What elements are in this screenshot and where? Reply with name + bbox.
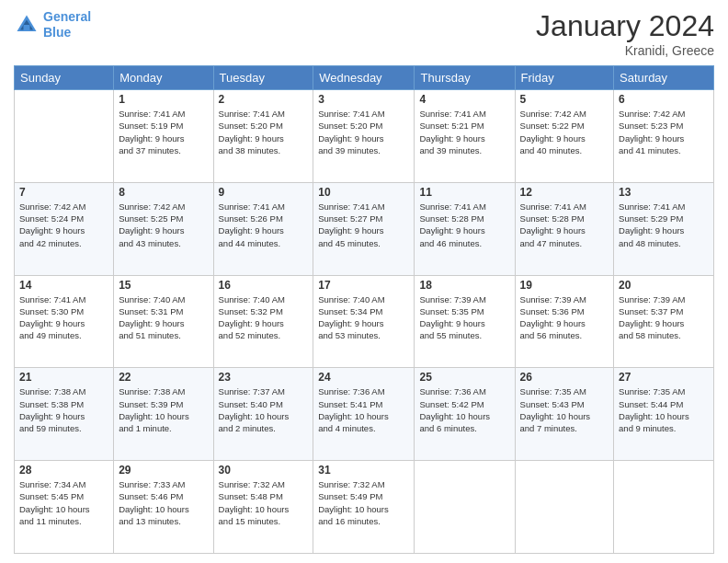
cell-4-1: 21Sunrise: 7:38 AM Sunset: 5:38 PM Dayli… xyxy=(15,368,114,461)
day-number: 17 xyxy=(318,279,409,292)
calendar-table: Sunday Monday Tuesday Wednesday Thursday… xyxy=(14,65,714,554)
month-title: January 2024 xyxy=(536,9,714,43)
cell-1-1 xyxy=(15,90,114,183)
day-info: Sunrise: 7:39 AM Sunset: 5:35 PM Dayligh… xyxy=(419,293,509,342)
cell-1-6: 5Sunrise: 7:42 AM Sunset: 5:22 PM Daylig… xyxy=(515,90,614,183)
day-number: 30 xyxy=(219,464,309,477)
cell-1-3: 2Sunrise: 7:41 AM Sunset: 5:20 PM Daylig… xyxy=(213,90,313,183)
day-number: 23 xyxy=(219,371,309,384)
logo-icon xyxy=(14,12,40,38)
day-info: Sunrise: 7:34 AM Sunset: 5:45 PM Dayligh… xyxy=(19,478,108,527)
day-info: Sunrise: 7:40 AM Sunset: 5:32 PM Dayligh… xyxy=(219,293,309,342)
col-saturday: Saturday xyxy=(614,66,714,90)
col-wednesday: Wednesday xyxy=(313,66,415,90)
day-number: 24 xyxy=(318,371,409,384)
page: General Blue January 2024 Kranidi, Greec… xyxy=(0,0,728,563)
day-info: Sunrise: 7:42 AM Sunset: 5:22 PM Dayligh… xyxy=(520,108,609,156)
day-info: Sunrise: 7:36 AM Sunset: 5:42 PM Dayligh… xyxy=(419,385,509,434)
day-number: 16 xyxy=(219,279,309,292)
cell-2-1: 7Sunrise: 7:42 AM Sunset: 5:24 PM Daylig… xyxy=(15,182,114,275)
cell-5-3: 30Sunrise: 7:32 AM Sunset: 5:48 PM Dayli… xyxy=(213,461,313,554)
header: General Blue January 2024 Kranidi, Greec… xyxy=(14,9,714,58)
day-info: Sunrise: 7:39 AM Sunset: 5:36 PM Dayligh… xyxy=(520,293,609,342)
day-number: 8 xyxy=(119,186,208,199)
logo: General Blue xyxy=(14,9,91,40)
day-number: 21 xyxy=(19,371,108,384)
week-row-4: 21Sunrise: 7:38 AM Sunset: 5:38 PM Dayli… xyxy=(15,368,714,461)
cell-4-6: 26Sunrise: 7:35 AM Sunset: 5:43 PM Dayli… xyxy=(515,368,614,461)
day-number: 7 xyxy=(19,186,108,199)
day-number: 11 xyxy=(419,186,509,199)
day-number: 3 xyxy=(318,93,409,106)
logo-general: General xyxy=(43,9,91,24)
day-info: Sunrise: 7:41 AM Sunset: 5:26 PM Dayligh… xyxy=(219,201,309,249)
cell-5-4: 31Sunrise: 7:32 AM Sunset: 5:49 PM Dayli… xyxy=(313,461,415,554)
svg-rect-2 xyxy=(24,25,30,31)
day-info: Sunrise: 7:39 AM Sunset: 5:37 PM Dayligh… xyxy=(619,293,709,342)
day-number: 6 xyxy=(619,93,709,106)
cell-5-5 xyxy=(415,461,515,554)
day-info: Sunrise: 7:42 AM Sunset: 5:23 PM Dayligh… xyxy=(619,108,709,156)
cell-2-7: 13Sunrise: 7:41 AM Sunset: 5:29 PM Dayli… xyxy=(614,182,714,275)
day-number: 14 xyxy=(19,279,108,292)
day-number: 15 xyxy=(119,279,208,292)
day-number: 20 xyxy=(619,279,709,292)
day-number: 5 xyxy=(520,93,609,106)
day-number: 4 xyxy=(419,93,509,106)
day-number: 10 xyxy=(318,186,409,199)
week-row-5: 28Sunrise: 7:34 AM Sunset: 5:45 PM Dayli… xyxy=(15,461,714,554)
cell-5-1: 28Sunrise: 7:34 AM Sunset: 5:45 PM Dayli… xyxy=(15,461,114,554)
logo-text: General Blue xyxy=(43,9,91,40)
cell-2-5: 11Sunrise: 7:41 AM Sunset: 5:28 PM Dayli… xyxy=(415,182,515,275)
day-info: Sunrise: 7:41 AM Sunset: 5:28 PM Dayligh… xyxy=(520,201,609,249)
day-info: Sunrise: 7:41 AM Sunset: 5:27 PM Dayligh… xyxy=(318,201,409,249)
cell-1-2: 1Sunrise: 7:41 AM Sunset: 5:19 PM Daylig… xyxy=(114,90,213,183)
day-info: Sunrise: 7:41 AM Sunset: 5:21 PM Dayligh… xyxy=(419,108,509,156)
location: Kranidi, Greece xyxy=(536,43,714,58)
cell-1-7: 6Sunrise: 7:42 AM Sunset: 5:23 PM Daylig… xyxy=(614,90,714,183)
cell-3-5: 18Sunrise: 7:39 AM Sunset: 5:35 PM Dayli… xyxy=(415,275,515,368)
calendar-body: 1Sunrise: 7:41 AM Sunset: 5:19 PM Daylig… xyxy=(15,90,714,554)
col-friday: Friday xyxy=(515,66,614,90)
cell-2-2: 8Sunrise: 7:42 AM Sunset: 5:25 PM Daylig… xyxy=(114,182,213,275)
day-number: 2 xyxy=(219,93,309,106)
title-block: January 2024 Kranidi, Greece xyxy=(536,9,714,58)
day-info: Sunrise: 7:33 AM Sunset: 5:46 PM Dayligh… xyxy=(119,478,208,527)
day-number: 26 xyxy=(520,371,609,384)
cell-1-5: 4Sunrise: 7:41 AM Sunset: 5:21 PM Daylig… xyxy=(415,90,515,183)
cell-2-6: 12Sunrise: 7:41 AM Sunset: 5:28 PM Dayli… xyxy=(515,182,614,275)
day-number: 25 xyxy=(419,371,509,384)
col-tuesday: Tuesday xyxy=(213,66,313,90)
day-info: Sunrise: 7:41 AM Sunset: 5:19 PM Dayligh… xyxy=(119,108,208,156)
day-info: Sunrise: 7:36 AM Sunset: 5:41 PM Dayligh… xyxy=(318,385,409,434)
day-info: Sunrise: 7:42 AM Sunset: 5:25 PM Dayligh… xyxy=(119,201,208,249)
day-info: Sunrise: 7:35 AM Sunset: 5:44 PM Dayligh… xyxy=(619,385,709,434)
day-number: 18 xyxy=(419,279,509,292)
cell-3-4: 17Sunrise: 7:40 AM Sunset: 5:34 PM Dayli… xyxy=(313,275,415,368)
day-info: Sunrise: 7:38 AM Sunset: 5:38 PM Dayligh… xyxy=(19,385,108,434)
cell-4-7: 27Sunrise: 7:35 AM Sunset: 5:44 PM Dayli… xyxy=(614,368,714,461)
day-info: Sunrise: 7:40 AM Sunset: 5:34 PM Dayligh… xyxy=(318,293,409,342)
cell-2-4: 10Sunrise: 7:41 AM Sunset: 5:27 PM Dayli… xyxy=(313,182,415,275)
day-info: Sunrise: 7:32 AM Sunset: 5:49 PM Dayligh… xyxy=(318,478,409,527)
day-number: 22 xyxy=(119,371,208,384)
cell-4-3: 23Sunrise: 7:37 AM Sunset: 5:40 PM Dayli… xyxy=(213,368,313,461)
col-thursday: Thursday xyxy=(415,66,515,90)
day-info: Sunrise: 7:37 AM Sunset: 5:40 PM Dayligh… xyxy=(219,385,309,434)
cell-3-7: 20Sunrise: 7:39 AM Sunset: 5:37 PM Dayli… xyxy=(614,275,714,368)
day-number: 29 xyxy=(119,464,208,477)
day-info: Sunrise: 7:41 AM Sunset: 5:20 PM Dayligh… xyxy=(219,108,309,156)
day-number: 31 xyxy=(318,464,409,477)
col-sunday: Sunday xyxy=(15,66,114,90)
cell-3-3: 16Sunrise: 7:40 AM Sunset: 5:32 PM Dayli… xyxy=(213,275,313,368)
day-info: Sunrise: 7:41 AM Sunset: 5:30 PM Dayligh… xyxy=(19,293,108,342)
cell-4-2: 22Sunrise: 7:38 AM Sunset: 5:39 PM Dayli… xyxy=(114,368,213,461)
cell-5-7 xyxy=(614,461,714,554)
day-number: 28 xyxy=(19,464,108,477)
day-number: 27 xyxy=(619,371,709,384)
cell-5-6 xyxy=(515,461,614,554)
header-row: Sunday Monday Tuesday Wednesday Thursday… xyxy=(15,66,714,90)
day-number: 9 xyxy=(219,186,309,199)
cell-1-4: 3Sunrise: 7:41 AM Sunset: 5:20 PM Daylig… xyxy=(313,90,415,183)
cell-3-6: 19Sunrise: 7:39 AM Sunset: 5:36 PM Dayli… xyxy=(515,275,614,368)
